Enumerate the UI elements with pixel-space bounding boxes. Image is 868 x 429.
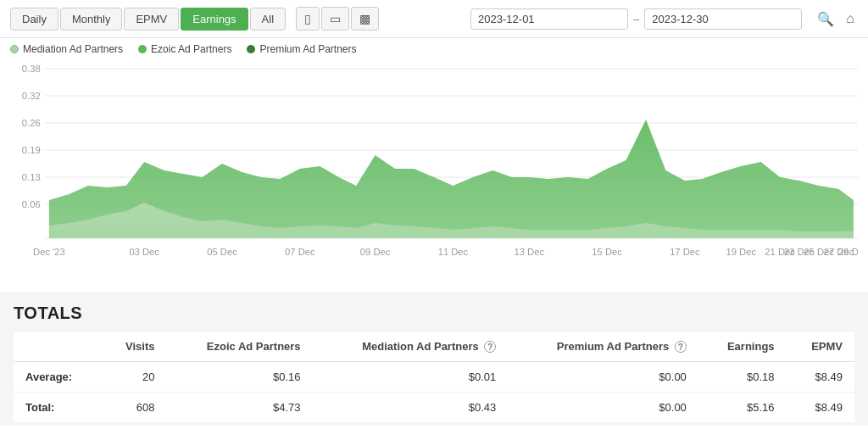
table-header-row: Visits Ezoic Ad Partners Mediation Ad Pa… (14, 332, 854, 362)
earnings-chart: 0.38 0.32 0.26 0.19 0.13 0.06 (10, 60, 858, 289)
row-total-earnings: $5.16 (698, 393, 787, 423)
svg-text:0.26: 0.26 (22, 118, 41, 128)
btn-monthly[interactable]: Monthly (60, 8, 123, 31)
svg-text:0.19: 0.19 (22, 145, 41, 155)
col-header-ezoic: Ezoic Ad Partners (167, 332, 313, 362)
row-average-ezoic: $0.16 (167, 362, 313, 393)
svg-text:15 Dec: 15 Dec (592, 247, 622, 257)
legend-premium: Premium Ad Partners (247, 43, 356, 55)
row-total-epmv: $8.49 (787, 393, 854, 423)
col-header-premium: Premium Ad Partners ? (508, 332, 698, 362)
search-icon[interactable]: 🔍 (814, 9, 837, 29)
btn-daily[interactable]: Daily (10, 8, 58, 31)
tablet-device-icon[interactable]: ▭ (321, 7, 349, 31)
mediation-help-icon[interactable]: ? (484, 341, 496, 353)
svg-text:0.32: 0.32 (22, 91, 41, 101)
legend-dot-ezoic (138, 45, 147, 53)
row-average-earnings: $0.18 (698, 362, 787, 393)
svg-text:0.38: 0.38 (22, 64, 41, 74)
toolbar: Daily Monthly EPMV Earnings All ▯ ▭ ▩ – … (0, 0, 868, 38)
svg-text:13 Dec: 13 Dec (514, 247, 544, 257)
row-total-premium: $0.00 (508, 393, 698, 423)
svg-text:0.06: 0.06 (22, 199, 41, 209)
chart-wrapper: 0.38 0.32 0.26 0.19 0.13 0.06 (10, 60, 858, 289)
home-icon[interactable]: ⌂ (843, 9, 858, 29)
totals-table: Visits Ezoic Ad Partners Mediation Ad Pa… (14, 332, 854, 422)
chart-container: 0.38 0.32 0.26 0.19 0.13 0.06 (0, 60, 868, 293)
svg-text:29 Dec: 29 Dec (838, 247, 858, 257)
legend-dot-mediation (10, 45, 19, 53)
btn-epmv[interactable]: EPMV (124, 8, 179, 31)
row-average-label: Average: (14, 362, 101, 393)
col-header-epmv: EPMV (787, 332, 854, 362)
date-end-input[interactable] (644, 8, 802, 30)
date-separator: – (633, 13, 639, 25)
svg-text:19 Dec: 19 Dec (726, 247, 756, 257)
row-average-premium: $0.00 (508, 362, 698, 393)
col-header-visits: Visits (101, 332, 166, 362)
toolbar-actions: 🔍 ⌂ (814, 9, 858, 29)
mobile-device-icon[interactable]: ▯ (296, 7, 320, 31)
table-row: Average: 20 $0.16 $0.01 $0.00 $0.18 $8.4… (14, 362, 854, 393)
col-header-earnings: Earnings (698, 332, 787, 362)
legend-label-ezoic: Ezoic Ad Partners (151, 43, 231, 55)
col-header-mediation: Mediation Ad Partners ? (313, 332, 509, 362)
svg-text:0.13: 0.13 (22, 172, 41, 182)
legend-dot-premium (247, 45, 255, 53)
chart-legend: Mediation Ad Partners Ezoic Ad Partners … (0, 38, 868, 60)
row-average-epmv: $8.49 (787, 362, 854, 393)
svg-text:Dec '23: Dec '23 (33, 247, 65, 257)
svg-text:17 Dec: 17 Dec (670, 247, 700, 257)
row-average-visits: 20 (101, 362, 166, 393)
totals-section: TOTALS Visits Ezoic Ad Partners Mediatio… (0, 293, 868, 426)
svg-text:09 Dec: 09 Dec (360, 247, 391, 257)
svg-text:07 Dec: 07 Dec (285, 247, 315, 257)
totals-title: TOTALS (14, 304, 854, 323)
device-filter-group: ▯ ▭ ▩ (296, 7, 379, 31)
svg-text:03 Dec: 03 Dec (129, 247, 159, 257)
row-average-mediation: $0.01 (313, 362, 509, 393)
premium-help-icon[interactable]: ? (675, 341, 687, 353)
legend-ezoic: Ezoic Ad Partners (138, 43, 231, 55)
svg-text:05 Dec: 05 Dec (207, 247, 237, 257)
row-total-mediation: $0.43 (313, 393, 509, 423)
col-header-label (14, 332, 101, 362)
time-filter-group: Daily Monthly EPMV Earnings All (10, 8, 286, 31)
row-total-ezoic: $4.73 (167, 393, 313, 423)
row-total-label: Total: (14, 393, 101, 423)
svg-text:11 Dec: 11 Dec (438, 247, 469, 257)
date-range: – (470, 8, 802, 30)
legend-label-mediation: Mediation Ad Partners (23, 43, 123, 55)
btn-all[interactable]: All (250, 8, 286, 31)
legend-label-premium: Premium Ad Partners (259, 43, 356, 55)
desktop-device-icon[interactable]: ▩ (351, 7, 379, 31)
btn-earnings[interactable]: Earnings (181, 8, 248, 31)
date-start-input[interactable] (470, 8, 628, 30)
table-row: Total: 608 $4.73 $0.43 $0.00 $5.16 $8.49 (14, 393, 854, 423)
row-total-visits: 608 (101, 393, 166, 423)
legend-mediation: Mediation Ad Partners (10, 43, 123, 55)
